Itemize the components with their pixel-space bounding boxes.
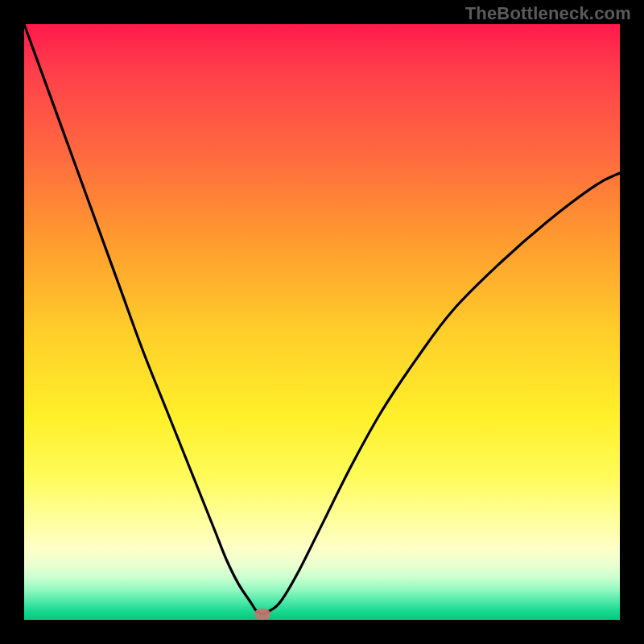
curve-svg — [24, 24, 620, 620]
optimum-marker — [254, 609, 270, 620]
plot-area — [24, 24, 620, 620]
chart-frame: TheBottleneck.com — [0, 0, 644, 644]
bottleneck-curve — [24, 24, 620, 614]
watermark-text: TheBottleneck.com — [465, 3, 631, 24]
